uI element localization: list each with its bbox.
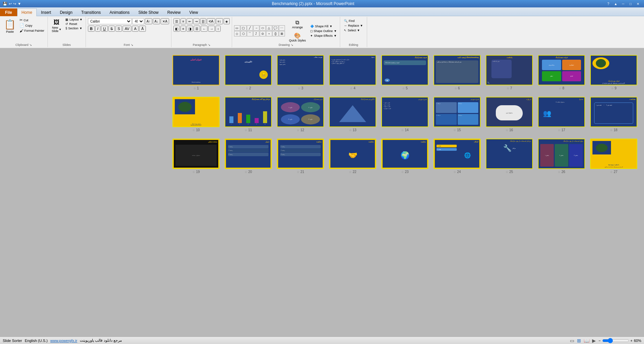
shape-2-1[interactable]: ◇ [234, 31, 240, 36]
align-center-button[interactable]: ≡ [181, 26, 186, 32]
section-button[interactable]: §Section ▼ [64, 26, 83, 30]
slide-thumb-20[interactable]: جدول ردیف ۱ ردیف ۲ ردیف ۳ [225, 139, 272, 169]
shape-2-4[interactable]: ⤴ [253, 31, 259, 36]
shape-2-8[interactable]: ⊞ [279, 31, 285, 36]
slide-item-8[interactable]: فرایند بنچمارکینگ برنامه‌ریزی جمع‌آوری ت… [538, 55, 585, 90]
slide-thumb-18[interactable]: مشاهده جعبه متن ۱ ← جعبه متن ۲ [590, 97, 637, 127]
slide-item-18[interactable]: مشاهده جعبه متن ۱ ← جعبه متن ۲ ☆ 18 [590, 97, 637, 132]
slide-thumb-23[interactable]: مقایسه 🌍 [381, 139, 428, 169]
reading-view-button[interactable]: 📖 [584, 338, 589, 343]
tab-transitions[interactable]: Transitions [77, 8, 105, 16]
slide-thumb-22[interactable]: مقایسه 🤝 [329, 139, 376, 169]
slide-thumb-9[interactable]: انواع بنچ‌مارکینگ کاربردی‌ترین روش‌های ا… [590, 55, 637, 85]
slide-thumb-1[interactable]: عنوان اصلی Benchmarking [172, 55, 220, 85]
shape-more[interactable]: ⋯ [279, 25, 285, 31]
slide-item-6[interactable]: تاریخچه کلمه Benchmarking متن تاریخچه بن… [433, 55, 481, 90]
shape-line[interactable]: ╱ [247, 25, 253, 31]
bold-button[interactable]: B [88, 26, 95, 32]
clear-formatting-button[interactable]: ✕A [161, 18, 169, 24]
shape-fill-button[interactable]: 🔷Shape Fill▼ [309, 24, 338, 28]
arrange-button[interactable]: ⧉ Arrange [287, 18, 308, 30]
slide-item-9[interactable]: انواع بنچ‌مارکینگ کاربردی‌ترین روش‌های ا… [590, 55, 637, 90]
tab-insert[interactable]: Insert [37, 8, 56, 16]
slide-thumb-26[interactable]: موارد استفاده از بنچ مارکینگ بخش ۱ بخش ۲… [538, 139, 585, 169]
slide-thumb-8[interactable]: فرایند بنچمارکینگ برنامه‌ریزی جمع‌آوری ت… [538, 55, 585, 85]
redo-icon[interactable]: ↪ [13, 2, 16, 6]
increase-indent-button[interactable]: ⇒ [193, 18, 199, 24]
shape-2-2[interactable]: ⬡ [240, 31, 247, 36]
slide-item-26[interactable]: موارد استفاده از بنچ مارکینگ بخش ۱ بخش ۲… [538, 139, 585, 174]
slide-item-24[interactable]: اهداف هدف ۱ هدف ۲ 🌐 [433, 139, 481, 174]
slide-item-23[interactable]: مقایسه 🌍 ☆ 23 [381, 139, 428, 174]
help-icon[interactable]: ? [605, 1, 612, 6]
select-button[interactable]: ↖Select ▼ [343, 28, 364, 32]
tab-view[interactable]: View [185, 8, 202, 16]
ltr-button[interactable]: → [208, 26, 215, 32]
slide-item-3[interactable]: فهرست مطالب • بخش اول • بخش دوم • بخش سو… [277, 55, 324, 90]
minimize-button[interactable]: ─ [620, 1, 626, 6]
slide-thumb-11[interactable]: مراحل پنج گانه بنچمارکینگ ۱ ۲ [225, 97, 272, 127]
columns-button[interactable]: ||| [200, 18, 206, 24]
shadow-button[interactable]: S [116, 26, 122, 32]
justify-button[interactable]: ☰ [194, 26, 200, 32]
slide-item-21[interactable]: مقایسه ردیف ۱ ردیف ۲ ردیف ۳ ☆ 21 [277, 139, 324, 174]
slide-thumb-24[interactable]: اهداف هدف ۱ هدف ۲ 🌐 [433, 139, 481, 169]
tab-slideshow[interactable]: Slide Show [134, 8, 163, 16]
zoom-slider[interactable] [602, 339, 629, 343]
slide-thumb-27[interactable]: با تشکر از توجه شما کاربردی‌ترین روش‌های… [590, 139, 637, 169]
slide-item-25[interactable]: مراحل استفاده از بنچ مارکینگ 🔧 مراحل ☆ 2… [486, 139, 533, 174]
close-button[interactable]: ✕ [635, 1, 641, 6]
slide-item-2[interactable]: الگوبرداری 👷 ☆ 2 [225, 55, 272, 90]
zoom-in-button[interactable]: + [631, 339, 633, 343]
normal-view-button[interactable]: ▭ [570, 338, 574, 343]
layout-button[interactable]: ▦Layout ▼ [64, 18, 83, 22]
align-right-button[interactable]: ◨ [187, 26, 193, 32]
slide-item-22[interactable]: مقایسه 🤝 ☆ 22 [329, 139, 376, 174]
tab-design[interactable]: Design [56, 8, 77, 16]
slide-thumb-7[interactable]: یادداشت متن یادداشت 🔧 [486, 55, 533, 85]
shape-rounded[interactable]: ▢ [240, 25, 247, 31]
slide-item-10[interactable]: انواع بنچ‌مارکینگ کاربردی‌ترین روش‌ها ☆ … [172, 97, 220, 132]
save-icon[interactable]: 💾 [3, 2, 7, 6]
smartart-button[interactable]: ◈ [224, 18, 230, 24]
customize-icon[interactable]: ▼ [18, 2, 21, 6]
window-controls[interactable]: ? ▲ ─ □ ✕ [605, 1, 641, 6]
slide-thumb-10[interactable]: انواع بنچ‌مارکینگ کاربردی‌ترین روش‌ها [172, 97, 220, 127]
shape-2-7[interactable]: {} [272, 31, 279, 36]
ribbon-collapse-icon[interactable]: ▲ [612, 1, 619, 6]
slide-thumb-3[interactable]: فهرست مطالب • بخش اول • بخش دوم • بخش سو… [277, 55, 324, 85]
slide-item-13[interactable]: الگوریتم بنچمارکینگ ☆ 13 [329, 97, 376, 132]
slide-item-1[interactable]: عنوان اصلی Benchmarking ☆ 1 [172, 55, 220, 90]
slide-thumb-17[interactable]: محتوا 👥 محتوای اسلاید ۱۷ [538, 97, 585, 127]
slide-sorter-button[interactable]: ⊞ [577, 338, 581, 343]
shape-arrow[interactable]: → [253, 25, 259, 31]
shape-2-3[interactable]: ⌒ [247, 31, 253, 36]
slide-item-16[interactable]: ابر واژه محتوای ابری ☆ 16 [486, 97, 533, 132]
decrease-font-button[interactable]: A↓ [153, 18, 160, 24]
underline-button[interactable]: U [101, 26, 108, 32]
font-size-select[interactable]: 48 [132, 18, 144, 24]
slide-item-7[interactable]: یادداشت متن یادداشت 🔧 ☆ 7 [486, 55, 533, 90]
slideshow-button[interactable]: ▶ [592, 338, 596, 343]
zoom-out-button[interactable]: − [599, 339, 601, 343]
align-left-button[interactable]: ◧ [173, 26, 180, 32]
shape-oval[interactable]: ⬭ [260, 25, 266, 31]
slide-thumb-16[interactable]: ابر واژه محتوای ابری [486, 97, 533, 127]
text-direction-button[interactable]: ⟲A [207, 18, 215, 24]
slide-item-11[interactable]: مراحل پنج گانه بنچمارکینگ ۱ ۲ [225, 97, 272, 132]
tab-animations[interactable]: Animations [105, 8, 134, 16]
shape-outline-button[interactable]: ◻Shape Outline▼ [309, 29, 338, 33]
slide-item-20[interactable]: جدول ردیف ۱ ردیف ۲ ردیف ۳ ☆ 20 [225, 139, 272, 174]
shape-triangle[interactable]: △ [266, 25, 272, 31]
slide-thumb-15[interactable]: شرح موردی مرحله ۱ مرحله ۲ مرحله ۳ مرحله … [433, 97, 481, 127]
slide-item-27[interactable]: با تشکر از توجه شما کاربردی‌ترین روش‌های… [590, 139, 637, 174]
shape-2-5[interactable]: ⊙ [260, 31, 266, 36]
tab-review[interactable]: Review [163, 8, 185, 16]
slide-item-19[interactable]: صفحه نمایش محتوای صفحه ☆ 19 [172, 139, 220, 174]
slide-item-4[interactable]: محتوا • عبارت است از جستجوی بهترین... • … [329, 55, 376, 90]
copy-button[interactable]: 📄Copy [19, 23, 45, 28]
replace-button[interactable]: ↔Replace ▼ [343, 24, 364, 28]
undo-icon[interactable]: ↩ [9, 2, 12, 6]
slide-item-15[interactable]: شرح موردی مرحله ۱ مرحله ۲ مرحله ۳ مرحله … [433, 97, 481, 132]
numbering-button[interactable]: ≡ [181, 18, 186, 24]
